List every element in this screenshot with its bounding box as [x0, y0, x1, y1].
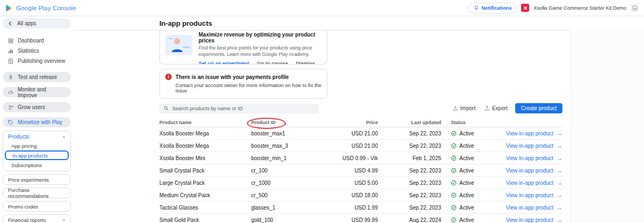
- view-product-link-label: View in-app product: [506, 180, 553, 186]
- view-product-link-label: View in-app product: [506, 168, 553, 174]
- product-price-cell: USD 0.99 - Vik: [321, 155, 378, 161]
- promo-title: Maximize revenue by optimizing your prod…: [199, 32, 321, 44]
- product-name-cell: Small Crystal Pack: [159, 168, 251, 174]
- check-circle-icon: [451, 131, 457, 136]
- page-header: In-app products: [74, 16, 570, 31]
- sidebar-item-label: Publishing overview: [18, 58, 65, 64]
- statistics-icon: [8, 48, 14, 54]
- header-status: Status: [441, 120, 494, 125]
- last-updated-cell: Sep 22, 2023: [378, 131, 441, 136]
- product-name-cell: Tactical Glasses: [159, 205, 251, 211]
- status-label: Active: [459, 155, 474, 161]
- table-body: Xsolla Booster Mega booster_max1 USD 21.…: [159, 127, 562, 223]
- google-play-console-brand[interactable]: Google Play Console: [5, 4, 76, 12]
- product-price-cell: USD 5.00: [321, 180, 378, 186]
- sidebar-item-statistics[interactable]: Statistics: [3, 46, 71, 56]
- sidebar-section-monetize-with-play[interactable]: Monetize with Play: [3, 117, 71, 127]
- status-cell: Active: [441, 192, 494, 198]
- view-in-app-product-link[interactable]: View in-app product →: [506, 131, 562, 136]
- sidebar-item-label: Purchase recommendations: [8, 187, 67, 199]
- view-in-app-product-link[interactable]: View in-app product →: [506, 155, 562, 161]
- payments-profile-warning-card: ! There is an issue with your payments p…: [159, 69, 327, 99]
- product-price-cell: USD 99.99: [321, 217, 378, 223]
- sidebar-item-label: Grow users: [18, 104, 45, 110]
- product-id-cell: cr_100: [251, 168, 321, 174]
- product-price-cell: USD 21.00: [321, 143, 378, 149]
- sidebar-item-label: App pricing: [11, 143, 37, 149]
- grow-users-icon: [8, 104, 14, 111]
- product-search[interactable]: [159, 104, 319, 113]
- products-nav-group: Products App pricing In-app products Sub…: [3, 131, 71, 171]
- import-button[interactable]: Import: [452, 105, 475, 111]
- check-circle-icon: [451, 192, 457, 198]
- search-icon: [163, 105, 169, 111]
- view-in-app-product-link[interactable]: View in-app product →: [506, 205, 562, 211]
- product-table-row[interactable]: Xsolla Booster Mega booster_max_3 USD 21…: [159, 140, 562, 152]
- all-apps-label: All apps: [17, 20, 36, 26]
- sidebar-section-monitor-and-improve[interactable]: Monitor and Improve: [3, 87, 71, 97]
- go-to-course-button[interactable]: Go to course: [257, 61, 288, 64]
- sidebar-item-label: Test and release: [18, 74, 57, 80]
- product-id-cell: gold_100: [251, 217, 321, 223]
- view-in-app-product-link[interactable]: View in-app product →: [506, 180, 562, 186]
- status-label: Active: [459, 168, 474, 174]
- all-apps-back-button[interactable]: All apps: [3, 18, 71, 28]
- view-in-app-product-link[interactable]: View in-app product →: [506, 192, 562, 198]
- product-name-cell: Medium Crystal Pack: [159, 192, 251, 198]
- status-cell: Active: [441, 180, 494, 186]
- sidebar-section-grow-users[interactable]: Grow users: [3, 102, 71, 112]
- sidebar-item-price-experiments[interactable]: Price experiments: [3, 174, 71, 185]
- products-table: Product name Product ID Price Last updat…: [159, 118, 562, 223]
- view-in-app-product-link[interactable]: View in-app product →: [506, 168, 562, 174]
- status-cell: Active: [441, 155, 494, 161]
- product-table-row[interactable]: Xsolla Booster Mini booster_min_1 USD 0.…: [159, 152, 562, 164]
- arrow-right-icon: →: [557, 205, 562, 211]
- status-label: Active: [459, 143, 474, 149]
- import-label: Import: [460, 105, 475, 111]
- dismiss-button[interactable]: Dismiss: [296, 61, 315, 64]
- check-circle-icon: [451, 155, 457, 161]
- top-app-bar: Google Play Console Notifications Xsolla…: [0, 0, 644, 16]
- google-play-logo-icon: [5, 4, 13, 12]
- notifications-button[interactable]: Notifications: [468, 3, 517, 13]
- sidebar-item-publishing-overview[interactable]: Publishing overview: [3, 56, 71, 66]
- product-name-cell: Large Crystal Pack: [159, 180, 251, 186]
- status-cell: Active: [441, 168, 494, 174]
- status-cell: Active: [441, 205, 494, 211]
- app-placeholder-icon[interactable]: [631, 4, 639, 12]
- product-table-row[interactable]: Medium Crystal Pack cr_500 USD 18.00 Sep…: [159, 189, 562, 202]
- sidebar-item-label: Subscriptions: [11, 162, 42, 168]
- sidebar-item-app-pricing[interactable]: App pricing: [3, 141, 70, 150]
- sidebar-item-promo-codes[interactable]: Promo codes: [3, 201, 71, 212]
- create-product-button[interactable]: Create product: [515, 103, 562, 113]
- sidebar-item-dashboard[interactable]: Dashboard: [3, 35, 71, 46]
- export-button[interactable]: Export: [484, 105, 508, 111]
- product-table-row[interactable]: Xsolla Booster Mega booster_max1 USD 21.…: [159, 127, 562, 140]
- export-label: Export: [492, 105, 508, 111]
- product-table-row[interactable]: Large Crystal Pack cr_1000 USD 5.00 Sep …: [159, 177, 562, 189]
- product-name-cell: Xsolla Booster Mega: [159, 131, 251, 136]
- last-updated-cell: Sep 22, 2023: [378, 192, 441, 198]
- chevron-down-icon: [61, 217, 67, 222]
- set-up-experiment-button[interactable]: Set up an experiment: [199, 61, 249, 64]
- product-table-row[interactable]: Tactical Glasses glasses_1 USD 1.99 Sep …: [159, 202, 562, 214]
- action-cell: View in-app product →: [494, 180, 562, 186]
- product-table-row[interactable]: Small Gold Pack gold_100 USD 99.99 Aug 2…: [159, 214, 562, 223]
- product-table-row[interactable]: Small Crystal Pack cr_100 USD 4.99 Sep 2…: [159, 164, 562, 177]
- sidebar-item-purchase-recommendations[interactable]: Purchase recommendations: [3, 188, 71, 198]
- sidebar-item-products[interactable]: Products: [3, 132, 70, 141]
- view-in-app-product-link[interactable]: View in-app product →: [506, 217, 562, 223]
- check-circle-icon: [451, 217, 457, 223]
- import-icon: [452, 105, 458, 111]
- sidebar-section-test-and-release[interactable]: Test and release: [3, 72, 71, 82]
- view-in-app-product-link[interactable]: View in-app product →: [506, 143, 562, 149]
- current-app-name[interactable]: Xsolla Game Commerce Starter Kit Demo: [533, 5, 626, 11]
- product-id-cell: booster_max1: [251, 131, 321, 136]
- sidebar-item-financial-reports[interactable]: Financial reports: [3, 214, 71, 223]
- arrow-right-icon: →: [557, 217, 562, 223]
- product-id-cell: glasses_1: [251, 205, 321, 211]
- sidebar-item-in-app-products[interactable]: In-app products: [5, 150, 69, 160]
- search-input[interactable]: [172, 105, 315, 111]
- right-gutter: [570, 31, 644, 223]
- sidebar-item-subscriptions[interactable]: Subscriptions: [3, 161, 70, 169]
